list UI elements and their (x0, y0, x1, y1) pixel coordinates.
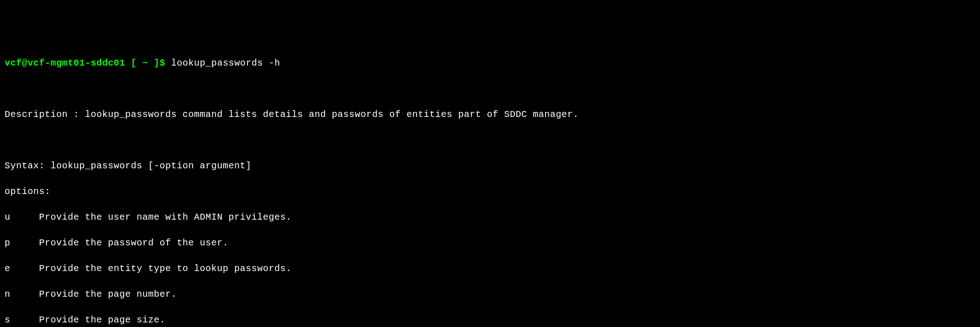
output-opt-p: p Provide the password of the user. (5, 237, 975, 249)
output-options-header: options: (5, 185, 975, 198)
prompt-path: ~ (142, 58, 148, 68)
terminal-output: vcf@vcf-mgmt01-sddc01 [ ~ ]$ lookup_pass… (5, 57, 975, 327)
prompt-bracket-open: [ (125, 58, 143, 68)
prompt-line-1: vcf@vcf-mgmt01-sddc01 [ ~ ]$ lookup_pass… (5, 57, 975, 70)
blank-line (5, 134, 975, 147)
output-opt-s: s Provide the page size. (5, 314, 975, 327)
blank-line (5, 83, 975, 95)
output-opt-u: u Provide the user name with ADMIN privi… (5, 211, 975, 224)
output-description: Description : lookup_passwords command l… (5, 108, 975, 121)
prompt-dollar: $ (160, 58, 171, 68)
command-text: lookup_passwords -h (171, 58, 281, 68)
output-opt-e: e Provide the entity type to lookup pass… (5, 262, 975, 275)
output-opt-n: n Provide the page number. (5, 288, 975, 301)
output-syntax: Syntax: lookup_passwords [-option argume… (5, 160, 975, 172)
prompt-user-host: vcf@vcf-mgmt01-sddc01 (5, 58, 125, 68)
prompt-bracket-close: ] (148, 58, 160, 68)
